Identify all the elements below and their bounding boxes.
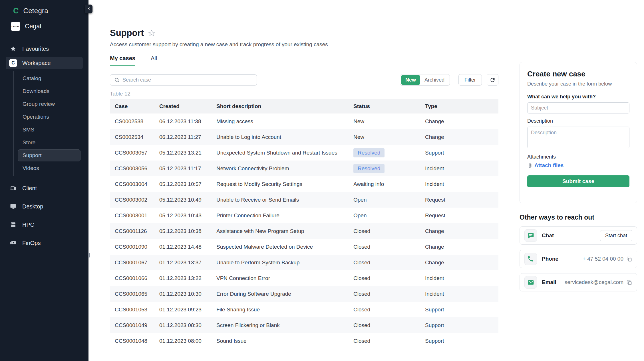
reach-out-card-phone: Phone+ 47 52 04 00 00 [520, 250, 637, 268]
cell-created: 06.12.2023 11:27 [159, 134, 216, 140]
new-archived-toggle: New Archived [400, 74, 450, 86]
hpc-icon [9, 221, 17, 228]
sidebar-item-sms[interactable]: SMS [18, 124, 80, 136]
cell-case: CCS0001049 [110, 322, 159, 328]
table-row[interactable]: CCS000104901.12.2023 08:30Screen Flicker… [110, 317, 498, 333]
description-textarea[interactable] [527, 127, 629, 148]
cell-status: Resolved [353, 164, 425, 173]
reach-out-label: Phone [542, 256, 558, 262]
start-chat-button[interactable]: Start chat [600, 230, 632, 241]
cell-type: Incident [425, 165, 498, 172]
cell-description: Unable to Log into Account [216, 134, 353, 140]
refresh-button[interactable] [487, 74, 498, 86]
table-row[interactable]: CCS000305605.12.2023 11:17Network Connec… [110, 161, 498, 176]
description-label: Description [527, 118, 629, 124]
column-header-type[interactable]: Type [425, 103, 498, 109]
table-row[interactable]: CCS000300105.12.2023 10:43Printer Connec… [110, 208, 498, 223]
sidebar-item-catalog[interactable]: Catalog [18, 72, 80, 84]
table-row[interactable]: CCS000106601.12.2023 13:22VPN Connection… [110, 270, 498, 286]
chat-icon [527, 232, 534, 239]
table-row[interactable]: CCS000305705.12.2023 13:21Unexpected Sys… [110, 145, 498, 161]
cell-created: 06.12.2023 11:38 [159, 118, 216, 125]
sidebar-item-label: Favourites [22, 46, 49, 52]
sidebar-item-store[interactable]: Store [18, 137, 80, 149]
table-row[interactable]: CCS000112605.12.2023 10:38Assistance wit… [110, 223, 498, 239]
table-row[interactable]: CCS000109001.12.2023 14:48Suspected Malw… [110, 239, 498, 255]
reach-out-label: Email [542, 279, 556, 285]
phone-icon [527, 255, 534, 262]
subject-input[interactable] [527, 102, 629, 113]
sidebar-item-operations[interactable]: Operations [18, 111, 80, 123]
sidebar-item-workspace[interactable]: CWorkspace [6, 57, 83, 69]
sidebar-bottom-group: ClientDesktopHPCFinOps [0, 182, 88, 249]
sidebar-collapse-button[interactable] [85, 5, 92, 13]
tab-all[interactable]: All [151, 55, 157, 66]
tabs: My cases All [110, 55, 498, 66]
cell-status: Closed [353, 275, 425, 281]
cell-created: 01.12.2023 14:48 [159, 244, 216, 250]
filter-button[interactable]: Filter [458, 74, 482, 86]
status-badge: Resolved [353, 148, 385, 157]
sidebar-item-finops[interactable]: FinOps [6, 237, 83, 249]
cell-type: Change [425, 228, 498, 234]
copy-button[interactable] [626, 256, 632, 262]
cell-created: 01.12.2023 13:37 [159, 259, 216, 266]
sidebar-item-desktop[interactable]: Desktop [6, 200, 83, 213]
cell-case: CS0002534 [110, 134, 159, 140]
cell-case: CS0002538 [110, 118, 159, 125]
search-icon [114, 77, 120, 83]
cell-status: Closed [353, 307, 425, 313]
table-row[interactable]: CCS000104801.12.2023 08:00Sound IssueClo… [110, 333, 498, 349]
submit-case-button[interactable]: Submit case [527, 175, 629, 187]
cell-status: Closed [353, 291, 425, 297]
search-box[interactable] [110, 74, 257, 86]
reach-out-value: + 47 52 04 00 00 [583, 256, 623, 262]
toggle-archived[interactable]: Archived [420, 75, 449, 85]
tab-my-cases[interactable]: My cases [110, 55, 135, 66]
sidebar-item-client[interactable]: Client [6, 182, 83, 194]
search-input[interactable] [122, 77, 253, 83]
cell-created: 05.12.2023 10:49 [159, 197, 216, 203]
sidebar-item-cegal[interactable]: CEGAL Cegal [0, 18, 88, 34]
cell-description: Unable to Receive or Send Emails [216, 197, 353, 203]
toggle-new[interactable]: New [401, 75, 420, 85]
favourite-star-icon[interactable] [148, 29, 155, 37]
sidebar-item-favourites[interactable]: Favourites [6, 42, 83, 55]
attach-files-link[interactable]: Attach files [527, 162, 629, 169]
table-row[interactable]: CCS000300405.12.2023 10:57Request to Mod… [110, 176, 498, 192]
cell-created: 05.12.2023 10:38 [159, 228, 216, 234]
column-header-status[interactable]: Status [353, 103, 425, 109]
column-header-description[interactable]: Short description [216, 103, 353, 109]
copy-button[interactable] [626, 279, 632, 285]
sidebar-item-videos[interactable]: Videos [18, 162, 80, 174]
sidebar-item-support[interactable]: Support [18, 149, 80, 161]
table-row[interactable]: CS000253806.12.2023 11:38Missing accessN… [110, 113, 498, 129]
cell-case: CCS0001048 [110, 338, 159, 344]
cell-description: File Sharing Issue [216, 307, 353, 313]
table-row[interactable]: CCS000300205.12.2023 10:49Unable to Rece… [110, 192, 498, 208]
table-body: CS000253806.12.2023 11:38Missing accessN… [110, 113, 498, 349]
create-case-subtitle: Describe your case in the form below [527, 81, 629, 87]
cell-status: Closed [353, 259, 425, 266]
cell-status: Open [353, 197, 425, 203]
sidebar-item-label: Desktop [22, 203, 43, 210]
cell-case: CCS0003001 [110, 212, 159, 219]
refresh-icon [490, 77, 496, 83]
table-row[interactable]: CCS000105301.12.2023 09:23File Sharing I… [110, 302, 498, 317]
cell-status: Closed [353, 244, 425, 250]
sidebar-item-hpc[interactable]: HPC [6, 218, 83, 231]
table-row[interactable]: CCS000106501.12.2023 10:30Error During S… [110, 286, 498, 302]
cell-status: Resolved [353, 148, 425, 157]
column-header-created[interactable]: Created [159, 103, 216, 109]
sidebar-item-group-review[interactable]: Group review [18, 98, 80, 110]
sidebar-scrollbar-thumb[interactable] [88, 253, 90, 257]
column-header-case[interactable]: Case [110, 103, 159, 109]
cell-status: New [353, 118, 425, 125]
table-row[interactable]: CS000253406.12.2023 11:27Unable to Log i… [110, 129, 498, 145]
table-row[interactable]: CCS000106701.12.2023 13:37Unable to Perf… [110, 255, 498, 270]
reach-out-value: servicedesk@cegal.com [565, 279, 623, 285]
cell-description: Request to Modify Security Settings [216, 181, 353, 187]
sidebar-item-downloads[interactable]: Downloads [18, 85, 80, 97]
cell-case: CCS0001090 [110, 244, 159, 250]
client-icon [9, 185, 17, 192]
